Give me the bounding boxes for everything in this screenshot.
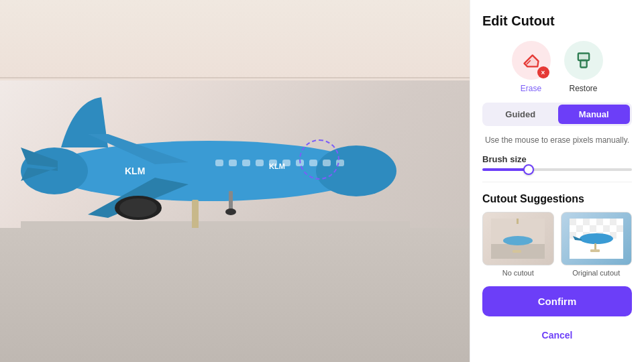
svg-rect-36 (590, 225, 596, 232)
suggestions-row: No cutout (482, 212, 632, 277)
svg-rect-6 (215, 160, 223, 166)
svg-text:KLM: KLM (125, 166, 145, 176)
restore-icon (574, 51, 593, 70)
cancel-button[interactable]: Cancel (482, 326, 632, 345)
svg-rect-38 (616, 225, 623, 232)
svg-text:KLM: KLM (269, 162, 285, 170)
erase-label: Erase (521, 84, 541, 93)
svg-point-27 (503, 236, 533, 245)
svg-rect-19 (172, 235, 219, 247)
guided-mode-button[interactable]: Guided (484, 105, 557, 124)
no-cutout-label: No cutout (502, 269, 534, 277)
svg-rect-29 (513, 250, 521, 253)
svg-rect-31 (570, 219, 576, 225)
brush-label: Brush size (482, 154, 632, 164)
svg-point-5 (119, 198, 157, 217)
svg-rect-21 (229, 191, 233, 210)
erase-icon-wrap: × (512, 41, 551, 80)
erase-tool[interactable]: × Erase (512, 41, 551, 93)
svg-rect-33 (596, 219, 603, 225)
svg-rect-20 (178, 247, 215, 252)
no-cutout-preview (491, 219, 545, 259)
brush-slider-wrap (482, 168, 632, 171)
suggestions-section: Cutout Suggestions No cutout (482, 193, 632, 277)
svg-rect-37 (603, 225, 610, 232)
eraser-icon (522, 51, 541, 70)
no-cutout-thumb (482, 212, 554, 265)
svg-rect-18 (192, 200, 199, 237)
canvas-area[interactable]: KLM KLM (0, 0, 470, 362)
tools-row: × Erase Restore (482, 41, 632, 93)
panel-title: Edit Cutout (482, 13, 632, 29)
original-cutout-suggestion[interactable]: Original cutout (561, 212, 633, 277)
brush-section: Brush size (482, 154, 632, 171)
restore-tool[interactable]: Restore (564, 41, 603, 93)
mode-toggle: Guided Manual (482, 103, 632, 126)
original-cutout-label: Original cutout (572, 269, 620, 277)
svg-rect-44 (594, 243, 596, 250)
suggestions-title: Cutout Suggestions (482, 193, 632, 205)
svg-rect-9 (256, 160, 264, 166)
manual-mode-button[interactable]: Manual (558, 105, 631, 124)
mode-hint: Use the mouse to erase pixels manually. (482, 135, 632, 145)
svg-rect-45 (590, 249, 600, 252)
right-panel: Edit Cutout × Erase Restore (470, 0, 644, 362)
original-cutout-thumb (561, 212, 633, 265)
confirm-button[interactable]: Confirm (482, 286, 632, 316)
svg-rect-7 (229, 160, 237, 166)
svg-rect-34 (610, 219, 616, 225)
svg-rect-32 (583, 219, 590, 225)
svg-rect-24 (580, 60, 586, 68)
svg-rect-8 (242, 160, 250, 166)
svg-rect-0 (21, 221, 410, 302)
restore-icon-wrap (564, 41, 603, 80)
restore-label: Restore (569, 84, 597, 93)
no-cutout-suggestion[interactable]: No cutout (482, 212, 554, 277)
brush-size-slider[interactable] (482, 168, 632, 171)
airplane-image: KLM KLM (21, 60, 410, 302)
svg-point-43 (580, 233, 613, 244)
svg-rect-35 (576, 225, 583, 232)
svg-rect-23 (578, 54, 588, 61)
divider (482, 182, 632, 182)
original-cutout-preview (570, 219, 623, 259)
brush-cursor (299, 139, 339, 180)
svg-rect-28 (517, 219, 519, 224)
erase-badge: × (537, 66, 549, 78)
svg-point-22 (225, 208, 236, 215)
